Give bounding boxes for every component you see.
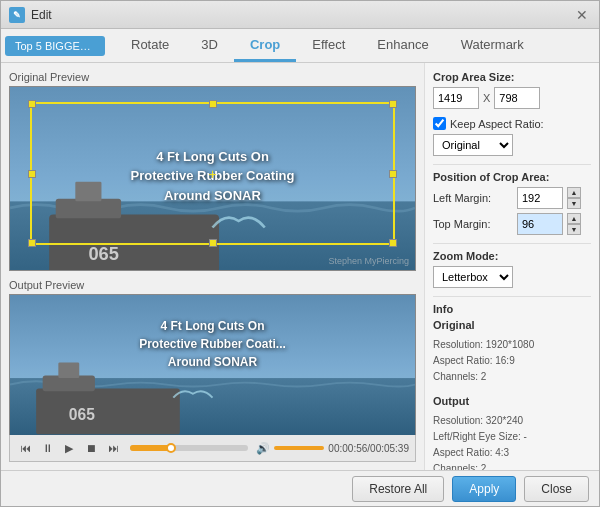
crop-handle-bl[interactable] bbox=[28, 239, 36, 247]
crop-width-input[interactable] bbox=[433, 87, 479, 109]
tab-crop[interactable]: Crop bbox=[234, 29, 296, 62]
zoom-mode-select[interactable]: Letterbox bbox=[433, 266, 513, 288]
keep-aspect-row: Keep Aspect Ratio: bbox=[433, 117, 591, 130]
apply-button[interactable]: Apply bbox=[452, 476, 516, 502]
original-preview-section: Original Preview bbox=[9, 71, 416, 271]
window-title: Edit bbox=[31, 8, 573, 22]
output-video-frame: 065 bbox=[10, 295, 415, 435]
tab-rotate[interactable]: Rotate bbox=[115, 29, 185, 62]
top-margin-row: Top Margin: ▲ ▼ bbox=[433, 213, 591, 235]
svg-rect-8 bbox=[36, 389, 180, 435]
output-resolution: Resolution: 320*240 bbox=[433, 413, 591, 429]
crop-handle-tl[interactable] bbox=[28, 100, 36, 108]
output-preview-section: Output Preview bbox=[9, 279, 416, 462]
position-group: Position of Crop Area: Left Margin: ▲ ▼ … bbox=[433, 164, 591, 235]
crop-handle-bm[interactable] bbox=[209, 239, 217, 247]
original-preview-box: 065 4 Ft Long Cuts OnProtective Rubber C… bbox=[9, 86, 416, 271]
output-preview-label: Output Preview bbox=[9, 279, 416, 291]
crop-handle-ml[interactable] bbox=[28, 170, 36, 178]
crop-area-size-label: Crop Area Size: bbox=[433, 71, 591, 83]
close-button[interactable]: Close bbox=[524, 476, 589, 502]
svg-rect-10 bbox=[58, 362, 79, 378]
tab-enhance[interactable]: Enhance bbox=[361, 29, 444, 62]
watermark-text: Stephen MyPiercing bbox=[328, 256, 409, 266]
left-margin-up[interactable]: ▲ bbox=[567, 187, 581, 198]
crop-area-size-group: Crop Area Size: X bbox=[433, 71, 591, 109]
output-aspect: Aspect Ratio: 4:3 bbox=[433, 445, 591, 461]
progress-fill bbox=[130, 445, 171, 451]
zoom-group: Zoom Mode: Letterbox bbox=[433, 243, 591, 288]
original-aspect: Aspect Ratio: 16:9 bbox=[433, 353, 591, 369]
playback-controls: ⏮ ⏸ ▶ ⏹ ⏭ 🔊 00:00:56/00:05:39 bbox=[9, 435, 416, 462]
position-label: Position of Crop Area: bbox=[433, 171, 591, 183]
crop-handle-tr[interactable] bbox=[389, 100, 397, 108]
zoom-label: Zoom Mode: bbox=[433, 250, 591, 262]
tab-3d[interactable]: 3D bbox=[185, 29, 234, 62]
output-info-title: Output bbox=[433, 395, 591, 407]
left-margin-spin: ▲ ▼ bbox=[567, 187, 581, 209]
output-channels: Channels: 2 bbox=[433, 461, 591, 470]
titlebar: ✎ Edit ✕ bbox=[1, 1, 599, 29]
top-margin-spin: ▲ ▼ bbox=[567, 213, 581, 235]
volume-icon[interactable]: 🔊 bbox=[256, 442, 270, 455]
keep-aspect-checkbox[interactable] bbox=[433, 117, 446, 130]
tab-effect[interactable]: Effect bbox=[296, 29, 361, 62]
bottom-bar: Restore All Apply Close bbox=[1, 470, 599, 506]
output-info: Resolution: 320*240 Left/Right Eye Size:… bbox=[433, 413, 591, 470]
aspect-ratio-select[interactable]: Original bbox=[433, 134, 513, 156]
top-margin-up[interactable]: ▲ bbox=[567, 213, 581, 224]
right-panel: Crop Area Size: X Keep Aspect Ratio: Ori… bbox=[424, 63, 599, 470]
file-tab[interactable]: Top 5 BIGGEST... bbox=[5, 36, 105, 56]
left-margin-label: Left Margin: bbox=[433, 192, 513, 204]
info-section: Info Original Resolution: 1920*1080 Aspe… bbox=[433, 296, 591, 470]
main-content: Original Preview bbox=[1, 63, 599, 470]
app-icon: ✎ bbox=[9, 7, 25, 23]
skip-btn[interactable]: ⏭ bbox=[104, 439, 122, 457]
left-margin-input[interactable] bbox=[517, 187, 563, 209]
play-btn[interactable]: ▶ bbox=[60, 439, 78, 457]
output-video-area: 065 4 Ft Long Cuts OnProtective Rubber C… bbox=[9, 294, 416, 435]
top-margin-input[interactable] bbox=[517, 213, 563, 235]
close-icon[interactable]: ✕ bbox=[573, 6, 591, 24]
info-label: Info bbox=[433, 303, 591, 315]
top-margin-down[interactable]: ▼ bbox=[567, 224, 581, 235]
progress-thumb[interactable] bbox=[166, 443, 176, 453]
crop-size-row: X bbox=[433, 87, 591, 109]
restore-all-button[interactable]: Restore All bbox=[352, 476, 444, 502]
play-back-btn[interactable]: ⏮ bbox=[16, 439, 34, 457]
original-info: Resolution: 1920*1080 Aspect Ratio: 16:9… bbox=[433, 337, 591, 385]
stop-btn[interactable]: ⏹ bbox=[82, 439, 100, 457]
time-display: 00:00:56/00:05:39 bbox=[328, 443, 409, 454]
window: ✎ Edit ✕ Top 5 BIGGEST... Rotate 3D Crop… bbox=[0, 0, 600, 507]
volume-bar[interactable] bbox=[274, 446, 324, 450]
crop-height-input[interactable] bbox=[494, 87, 540, 109]
crop-handle-br[interactable] bbox=[389, 239, 397, 247]
original-resolution: Resolution: 1920*1080 bbox=[433, 337, 591, 353]
progress-bar[interactable] bbox=[130, 445, 248, 451]
svg-text:065: 065 bbox=[88, 243, 119, 264]
left-margin-down[interactable]: ▼ bbox=[567, 198, 581, 209]
x-separator: X bbox=[483, 92, 490, 104]
tab-watermark[interactable]: Watermark bbox=[445, 29, 540, 62]
output-eye-size: Left/Right Eye Size: - bbox=[433, 429, 591, 445]
original-channels: Channels: 2 bbox=[433, 369, 591, 385]
original-preview-label: Original Preview bbox=[9, 71, 416, 83]
top-margin-label: Top Margin: bbox=[433, 218, 513, 230]
left-panel: Original Preview bbox=[1, 63, 424, 470]
pause-btn[interactable]: ⏸ bbox=[38, 439, 56, 457]
keep-aspect-label: Keep Aspect Ratio: bbox=[450, 118, 544, 130]
crop-handle-tm[interactable] bbox=[209, 100, 217, 108]
tab-bar: Top 5 BIGGEST... Rotate 3D Crop Effect E… bbox=[1, 29, 599, 63]
original-info-title: Original bbox=[433, 319, 591, 331]
left-margin-row: Left Margin: ▲ ▼ bbox=[433, 187, 591, 209]
keep-aspect-group: Keep Aspect Ratio: Original bbox=[433, 117, 591, 156]
crop-handle-mr[interactable] bbox=[389, 170, 397, 178]
svg-text:065: 065 bbox=[69, 406, 95, 423]
crop-rect[interactable]: + bbox=[30, 102, 395, 245]
